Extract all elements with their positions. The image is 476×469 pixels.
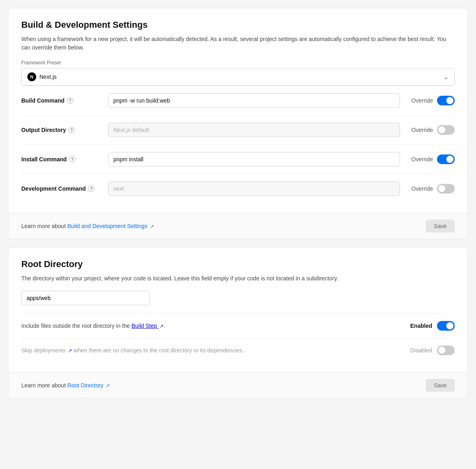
- build-command-row: Build Command ? Override: [21, 86, 455, 115]
- dev-command-input[interactable]: [108, 181, 400, 196]
- framework-select-left: N Next.js: [27, 72, 57, 81]
- skip-deployments-toggle[interactable]: [437, 346, 455, 355]
- skip-deployments-slider: [437, 346, 455, 355]
- build-settings-body: Build & Development Settings When using …: [8, 8, 468, 213]
- dev-command-row: Development Command ? Override: [21, 174, 455, 203]
- chevron-down-icon: ⌄: [443, 73, 449, 81]
- install-command-help-icon[interactable]: ?: [69, 156, 76, 163]
- dev-command-slider: [437, 184, 455, 193]
- skip-deployments-status: Disabled: [410, 347, 432, 354]
- build-save-button[interactable]: Save: [426, 220, 455, 232]
- output-directory-label: Output Directory ?: [21, 127, 102, 133]
- root-directory-footer: Learn more about Root Directory ↗ Save: [8, 372, 468, 398]
- root-save-button[interactable]: Save: [426, 379, 455, 392]
- output-directory-help-icon[interactable]: ?: [68, 127, 75, 133]
- include-files-status: Enabled: [410, 323, 432, 329]
- dev-command-input-wrapper: [108, 181, 400, 196]
- install-command-override-label: Override: [411, 156, 433, 163]
- root-directory-description: The directory within your project, where…: [21, 274, 455, 283]
- output-directory-input[interactable]: [108, 123, 400, 137]
- include-files-slider: [437, 321, 455, 331]
- build-step-link[interactable]: Build Step ↗: [131, 323, 164, 329]
- build-command-slider: [437, 96, 455, 105]
- build-settings-title: Build & Development Settings: [21, 20, 455, 30]
- root-directory-body: Root Directory The directory within your…: [8, 248, 468, 372]
- skip-deployments-right: Disabled: [410, 346, 455, 355]
- build-command-input[interactable]: [108, 93, 400, 108]
- include-files-row: Include files outside the root directory…: [21, 313, 455, 338]
- build-command-override: Override: [406, 96, 455, 105]
- build-command-input-wrapper: [108, 93, 400, 108]
- root-footer-link[interactable]: Root Directory ↗: [67, 382, 109, 389]
- output-directory-row: Output Directory ? Override: [21, 115, 455, 144]
- root-footer-learn: Learn more about Root Directory ↗: [21, 382, 110, 389]
- root-directory-title: Root Directory: [21, 259, 455, 269]
- install-command-slider: [437, 154, 455, 164]
- build-command-label: Build Command ?: [21, 97, 102, 104]
- output-directory-override-label: Override: [411, 127, 433, 133]
- install-command-label: Install Command ?: [21, 156, 102, 163]
- external-link-icon: ↗: [150, 224, 154, 229]
- dev-command-override: Override: [406, 184, 455, 193]
- output-directory-override: Override: [406, 125, 455, 135]
- skip-deployments-link[interactable]: ↗: [67, 347, 72, 354]
- framework-preset-label: Framework Preset: [21, 60, 455, 66]
- build-command-help-icon[interactable]: ?: [67, 97, 73, 104]
- output-directory-input-wrapper: [108, 123, 400, 137]
- output-directory-toggle[interactable]: [437, 125, 455, 135]
- root-directory-input[interactable]: [21, 291, 150, 305]
- build-footer-link[interactable]: Build and Development Settings ↗: [67, 223, 154, 229]
- dev-command-label: Development Command ?: [21, 185, 102, 192]
- install-command-override: Override: [406, 154, 455, 164]
- install-command-input-wrapper: [108, 152, 400, 167]
- framework-preset-select[interactable]: N Next.js ⌄: [21, 68, 455, 86]
- dev-command-help-icon[interactable]: ?: [88, 185, 94, 192]
- include-files-text: Include files outside the root directory…: [21, 322, 401, 330]
- build-settings-footer: Learn more about Build and Development S…: [8, 213, 468, 239]
- include-files-right: Enabled: [410, 321, 455, 331]
- build-command-toggle[interactable]: [437, 96, 455, 105]
- install-command-input[interactable]: [108, 152, 400, 167]
- skip-external-icon: ↗: [68, 347, 72, 354]
- skip-deployments-text: Skip deployments ↗ when there are no cha…: [21, 346, 401, 355]
- build-command-override-label: Override: [411, 97, 433, 104]
- include-files-toggle[interactable]: [437, 321, 455, 331]
- nextjs-icon: N: [27, 72, 36, 81]
- root-directory-card: Root Directory The directory within your…: [8, 247, 468, 399]
- framework-value: Next.js: [39, 74, 57, 80]
- build-settings-card: Build & Development Settings When using …: [8, 8, 468, 239]
- build-footer-learn: Learn more about Build and Development S…: [21, 223, 154, 229]
- build-settings-description: When using a framework for a new project…: [21, 35, 455, 52]
- dev-command-override-label: Override: [411, 185, 433, 192]
- install-command-toggle[interactable]: [437, 154, 455, 164]
- dev-command-toggle[interactable]: [437, 184, 455, 193]
- root-external-icon: ↗: [106, 383, 110, 389]
- install-command-row: Install Command ? Override: [21, 144, 455, 174]
- output-directory-slider: [437, 125, 455, 135]
- build-step-external-icon: ↗: [160, 323, 164, 330]
- skip-deployments-row: Skip deployments ↗ when there are no cha…: [21, 338, 455, 362]
